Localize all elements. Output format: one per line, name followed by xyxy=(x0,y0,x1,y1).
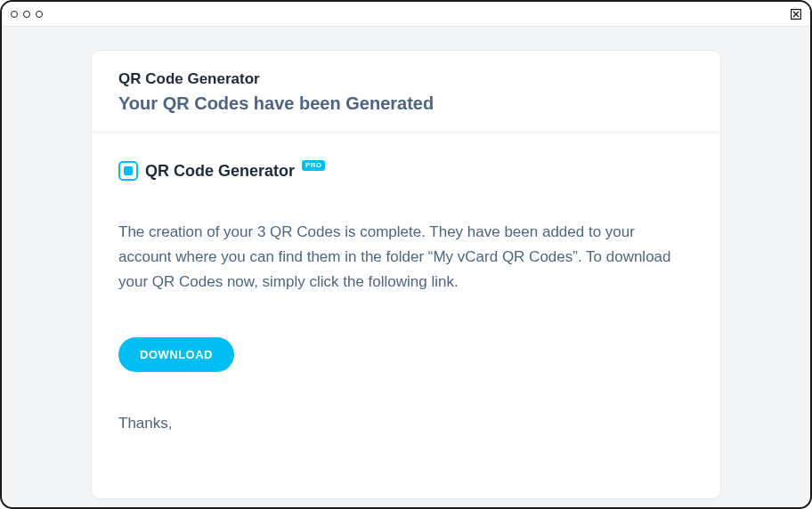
email-subject: Your QR Codes have been Generated xyxy=(118,93,694,114)
qr-logo-icon xyxy=(118,161,138,181)
window-control-dot[interactable] xyxy=(36,11,43,18)
app-window: QR Code Generator Your QR Codes have bee… xyxy=(0,0,812,509)
brand-name: QR Code Generator xyxy=(145,162,295,181)
close-icon[interactable] xyxy=(791,9,801,20)
email-card: QR Code Generator Your QR Codes have bee… xyxy=(91,50,721,499)
brand-lockup: QR Code Generator PRO xyxy=(118,161,694,181)
window-control-dot[interactable] xyxy=(11,11,18,18)
download-button[interactable]: DOWNLOAD xyxy=(118,337,234,372)
email-body: QR Code Generator PRO The creation of yo… xyxy=(92,133,720,450)
window-titlebar xyxy=(2,2,810,27)
window-controls xyxy=(11,11,43,18)
pro-badge: PRO xyxy=(302,160,325,171)
email-sender: QR Code Generator xyxy=(118,70,694,88)
email-signoff: Thanks, xyxy=(118,415,694,432)
email-header: QR Code Generator Your QR Codes have bee… xyxy=(92,51,720,133)
window-canvas: QR Code Generator Your QR Codes have bee… xyxy=(2,27,810,507)
window-control-dot[interactable] xyxy=(23,11,30,18)
email-message: The creation of your 3 QR Codes is compl… xyxy=(118,220,688,295)
